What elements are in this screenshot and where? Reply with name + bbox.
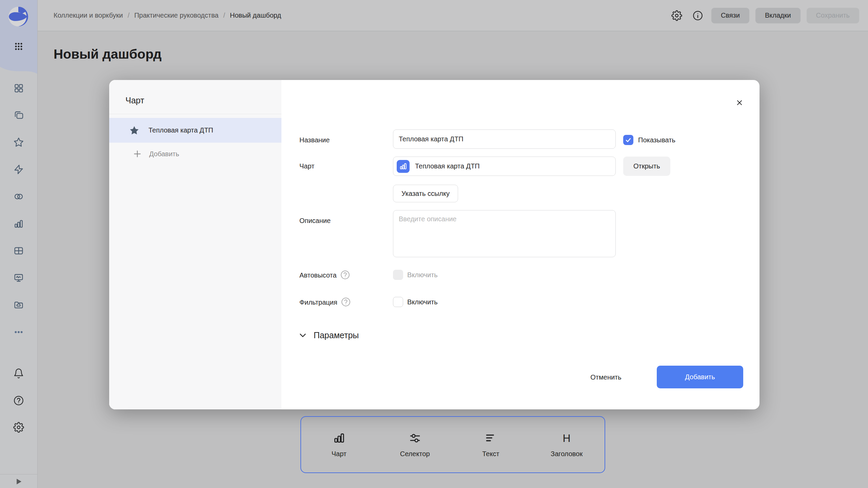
tables-icon[interactable] [11, 243, 26, 258]
page-title: Новый дашборд [54, 47, 162, 62]
toolbar-item-chart[interactable]: Чарт [301, 417, 377, 472]
add-button[interactable]: Добавить [657, 366, 743, 388]
favorites-star-icon[interactable] [11, 135, 26, 150]
connections-icon[interactable] [11, 189, 26, 204]
cancel-button[interactable]: Отменить [580, 366, 631, 388]
filtering-checkbox[interactable] [393, 297, 403, 307]
toolbar-item-label: Селектор [400, 450, 430, 458]
selector-sliders-icon [408, 431, 422, 445]
text-lines-icon [484, 431, 497, 445]
dialog-left-panel: Чарт Тепловая карта ДТП Добавить [109, 80, 281, 409]
datalens-logo[interactable] [7, 6, 29, 27]
more-dots-icon[interactable] [11, 325, 26, 340]
list-item-label: Тепловая карта ДТП [149, 126, 213, 134]
panel-divider [109, 114, 281, 114]
sidebar-wave-decoration [0, 64, 37, 78]
autoheight-help-icon[interactable] [340, 270, 350, 280]
notifications-bell-icon[interactable] [11, 366, 26, 381]
toolbar-item-heading[interactable]: H Заголовок [529, 417, 605, 472]
filtering-checkbox-label: Включить [407, 297, 438, 307]
toolbar-item-label: Заголовок [551, 450, 583, 458]
save-button: Сохранить [807, 8, 859, 23]
add-item-button[interactable]: Добавить [109, 143, 281, 165]
description-field-label: Описание [299, 216, 331, 226]
chevron-down-icon [298, 330, 308, 340]
breadcrumb-current: Новый дашборд [230, 12, 281, 19]
topbar: Коллекции и воркбуки / Практические руко… [38, 0, 868, 31]
toolbar-item-text[interactable]: Текст [453, 417, 529, 472]
chart-select-field[interactable]: Тепловая карта ДТП [393, 157, 616, 176]
chart-bars-icon [332, 431, 346, 445]
close-icon[interactable] [733, 97, 746, 109]
toolbar-item-selector[interactable]: Селектор [377, 417, 453, 472]
info-icon[interactable] [690, 8, 705, 23]
breadcrumb-separator: / [223, 12, 225, 19]
autoheight-label: Автовысота [299, 270, 350, 280]
specify-link-button[interactable]: Указать ссылку [393, 185, 458, 202]
toolbar-item-label: Чарт [332, 450, 347, 458]
list-item-selected[interactable]: Тепловая карта ДТП [109, 118, 281, 143]
breadcrumb: Коллекции и воркбуки / Практические руко… [54, 12, 281, 19]
storage-folder-icon[interactable] [11, 298, 26, 312]
breadcrumb-guides[interactable]: Практические руководства [134, 12, 219, 19]
add-item-label: Добавить [149, 150, 179, 158]
editor-monitor-icon[interactable] [11, 270, 26, 285]
shortcuts-lightning-icon[interactable] [11, 162, 26, 177]
name-field-label: Название [299, 135, 330, 145]
add-chart-dialog: Чарт Тепловая карта ДТП Добавить [109, 80, 760, 409]
charts-icon[interactable] [11, 216, 26, 231]
sidebar-footer-divider [0, 474, 37, 474]
breadcrumb-collections[interactable]: Коллекции и воркбуки [54, 12, 123, 19]
settings-gear-icon[interactable] [11, 420, 26, 435]
collections-icon[interactable] [11, 108, 26, 123]
chart-type-icon [397, 160, 410, 173]
autoheight-checkbox-label: Включить [407, 270, 438, 280]
breadcrumb-separator: / [127, 12, 130, 19]
app-root: Коллекции и воркбуки / Практические руко… [0, 0, 868, 488]
heading-h-icon: H [563, 431, 571, 445]
dialog-title: Чарт [125, 96, 144, 105]
parameters-label: Параметры [314, 330, 359, 340]
sidebar [0, 0, 38, 488]
apps-grid-icon[interactable] [11, 39, 26, 54]
plus-icon [132, 149, 142, 159]
chart-select-value: Тепловая карта ДТП [415, 162, 480, 170]
widget-toolbar: Чарт Селектор Текст H Заголовок [300, 416, 605, 473]
description-textarea[interactable] [393, 210, 616, 257]
parameters-toggle[interactable]: Параметры [298, 330, 359, 340]
open-button[interactable]: Открыть [623, 157, 670, 176]
expand-play-icon[interactable] [11, 476, 26, 487]
help-question-icon[interactable] [11, 393, 26, 408]
filtering-label: Фильтрация [299, 297, 351, 307]
toolbar-item-label: Текст [482, 450, 499, 458]
topbar-actions: Связи Вкладки Сохранить [669, 8, 859, 23]
filtering-help-icon[interactable] [341, 297, 351, 307]
autoheight-checkbox [393, 270, 403, 280]
show-checkbox-label: Показывать [638, 135, 675, 145]
dashboard-grid-icon[interactable] [11, 81, 26, 96]
name-input[interactable] [393, 129, 616, 149]
star-icon [129, 125, 140, 136]
chart-field-label: Чарт [299, 161, 314, 171]
tabs-button[interactable]: Вкладки [755, 8, 801, 23]
dashboard-settings-gear-icon[interactable] [669, 8, 684, 23]
links-button[interactable]: Связи [711, 8, 749, 23]
show-checkbox[interactable] [623, 135, 633, 145]
